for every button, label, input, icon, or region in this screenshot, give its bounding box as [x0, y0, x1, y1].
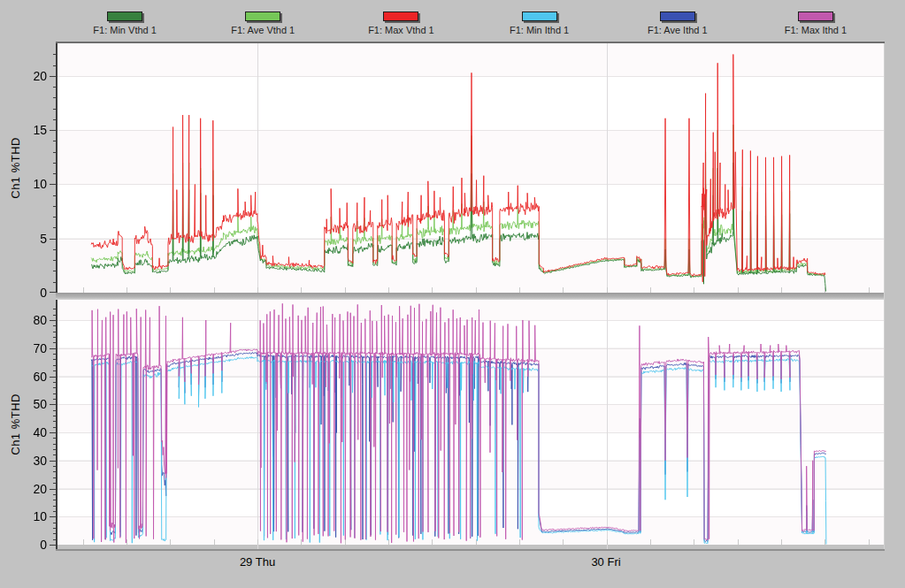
y-tick-label: 80: [0, 313, 47, 327]
legend-label: F1: Max Ithd 1: [785, 25, 847, 35]
legend-item-6[interactable]: F1: Max Ithd 1: [747, 11, 885, 35]
legend-swatch: [245, 11, 280, 21]
y-tick-label: 10: [0, 177, 47, 191]
legend-swatch: [522, 11, 557, 21]
y-tick-label: 0: [0, 286, 47, 300]
vthd-chart-canvas[interactable]: [39, 43, 885, 293]
legend-swatch: [798, 11, 833, 21]
y-tick-label: 30: [0, 454, 47, 468]
legend-item-3[interactable]: F1: Max Vthd 1: [332, 11, 470, 35]
legend-label: F1: Max Vthd 1: [368, 25, 434, 35]
legend-label: F1: Ave Vthd 1: [231, 25, 295, 35]
legend-label: F1: Min Vthd 1: [93, 25, 157, 35]
chart-legend: F1: Min Vthd 1F1: Ave Vthd 1F1: Max Vthd…: [56, 11, 885, 35]
legend-item-2[interactable]: F1: Ave Vthd 1: [194, 11, 332, 35]
chart-frame-right-border: [884, 43, 885, 549]
legend-label: F1: Min Ithd 1: [510, 25, 569, 35]
legend-swatch: [107, 11, 142, 21]
chart-frame-bottom-border: [56, 549, 885, 551]
legend-label: F1: Ave Ithd 1: [648, 25, 708, 35]
y-tick-label: 70: [0, 341, 47, 355]
y-tick-label: 50: [0, 397, 47, 411]
x-axis-day-label: 29 Thu: [222, 555, 293, 569]
y-tick-label: 20: [0, 69, 47, 83]
x-axis-day-label: 30 Fri: [571, 555, 641, 569]
y-tick-label: 60: [0, 370, 47, 384]
y-tick-label: 0: [0, 538, 47, 552]
ithd-chart-canvas[interactable]: [39, 300, 885, 549]
legend-item-4[interactable]: F1: Min Ithd 1: [471, 11, 609, 35]
y-tick-label: 20: [0, 482, 47, 496]
legend-item-5[interactable]: F1: Ave Ithd 1: [609, 11, 747, 35]
y-tick-label: 40: [0, 425, 47, 439]
app-window: F1: Min Vthd 1F1: Ave Vthd 1F1: Max Vthd…: [0, 0, 905, 588]
y-tick-label: 15: [0, 123, 47, 137]
chart-pane-divider: [56, 293, 885, 300]
y-tick-label: 5: [0, 232, 47, 246]
y-tick-label: 10: [0, 509, 47, 523]
legend-swatch: [383, 11, 418, 21]
legend-swatch: [660, 11, 695, 21]
legend-item-1[interactable]: F1: Min Vthd 1: [56, 11, 194, 35]
